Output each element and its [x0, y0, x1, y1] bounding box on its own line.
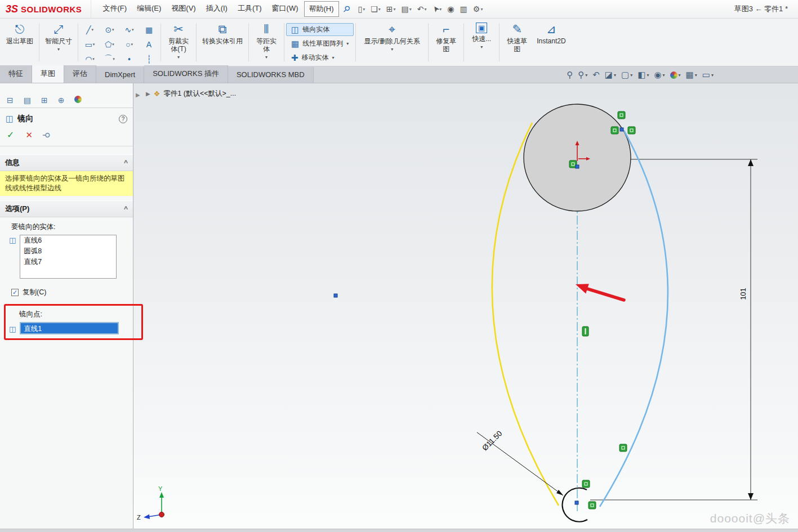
ellipse-tool[interactable]: ○▾: [119, 37, 139, 52]
sketch-point[interactable]: [575, 501, 578, 504]
section-view-icon[interactable]: ◪▾: [605, 70, 616, 80]
ok-button[interactable]: ✓: [7, 129, 14, 140]
graphics-area[interactable]: 101 Ø11.50: [133, 83, 798, 529]
dropdown-arrow-icon[interactable]: ▾: [177, 55, 180, 60]
dropdown-arrow-icon[interactable]: ▾: [391, 47, 393, 52]
text-tool[interactable]: A: [139, 37, 159, 52]
arc-tool[interactable]: ◠▾: [80, 52, 100, 66]
tab-sketch[interactable]: 草图: [32, 65, 64, 83]
featuremanager-tab-icon[interactable]: ⊟: [7, 96, 14, 105]
convert-entities-button[interactable]: ⧉ 转换实体引用: [198, 20, 247, 64]
dropdown-arrow-icon[interactable]: ▾: [332, 55, 335, 60]
relation-icon[interactable]: [628, 127, 635, 134]
new-document-icon[interactable]: ▯▾: [356, 3, 367, 15]
list-item[interactable]: 圆弧8: [20, 246, 116, 257]
pattern-tool[interactable]: ▦: [139, 23, 159, 37]
sketch-point[interactable]: [576, 165, 579, 168]
relation-icon[interactable]: [582, 480, 590, 488]
options-gear-icon[interactable]: ⚙▾: [471, 3, 485, 15]
list-item[interactable]: 直线6: [20, 235, 116, 246]
edit-appearance-icon[interactable]: ▾: [670, 71, 681, 79]
relation-icon[interactable]: [611, 127, 618, 134]
save-icon[interactable]: ⊞▾: [385, 3, 398, 15]
move-entities-button[interactable]: ✚ 移动实体 ▾: [286, 51, 354, 64]
copy-checkbox[interactable]: ✓: [11, 289, 19, 296]
tab-solidworks-mbd[interactable]: SOLIDWORKS MBD: [228, 67, 314, 83]
print-icon[interactable]: ▤▾: [400, 3, 413, 15]
cancel-button[interactable]: ✕: [25, 130, 33, 140]
centerline-tool[interactable]: ┆: [139, 52, 159, 66]
dropdown-arrow-icon[interactable]: ▾: [57, 47, 60, 52]
previous-view-icon[interactable]: ↶: [592, 70, 600, 80]
tab-evaluate[interactable]: 评估: [64, 65, 96, 83]
sketch-point[interactable]: [334, 294, 337, 297]
repair-sketch-button[interactable]: ⌐ 修复草图: [430, 20, 462, 64]
info-section-header[interactable]: 信息 ^: [0, 154, 133, 171]
help-icon[interactable]: ?: [119, 115, 127, 123]
menu-window[interactable]: 窗口(W): [268, 1, 303, 17]
tree-root-label[interactable]: 零件1 (默认<<默认>_...: [163, 89, 236, 99]
display-delete-relations-button[interactable]: ⌖ 显示/删除几何关系 ▾: [358, 20, 426, 64]
tab-solidworks-addins[interactable]: SOLIDWORKS 插件: [144, 65, 228, 83]
collapse-chevron-icon[interactable]: ^: [124, 159, 128, 167]
rectangle-tool[interactable]: ▭▾: [80, 37, 100, 52]
pin-menubar-icon[interactable]: ⚲: [341, 3, 353, 15]
dropdown-arrow-icon[interactable]: ▾: [265, 55, 268, 60]
open-document-icon[interactable]: ❏▾: [369, 3, 382, 15]
propertymanager-tab-icon[interactable]: ▤: [24, 96, 31, 105]
dimension-text-diameter[interactable]: Ø11.50: [480, 429, 503, 452]
hide-show-items-icon[interactable]: ◉▾: [654, 70, 665, 80]
dimension-text-101[interactable]: 101: [739, 288, 747, 300]
list-item[interactable]: 直线7: [20, 257, 116, 267]
spline-tool[interactable]: ∿▾: [119, 23, 139, 37]
point-tool[interactable]: •: [119, 52, 139, 66]
offset-entities-button[interactable]: ⫴ 等距实体 ▾: [251, 20, 282, 64]
relation-icon[interactable]: [589, 502, 596, 509]
displaymanager-tab-icon[interactable]: [74, 96, 82, 105]
mirror-point-field[interactable]: 直线1: [20, 322, 119, 334]
bottom-arc[interactable]: [562, 488, 587, 522]
panel-flyout-caret-icon[interactable]: ▶: [136, 92, 140, 98]
menu-help[interactable]: 帮助(H): [304, 1, 339, 17]
instant2d-button[interactable]: ⊿ Instant2D: [533, 20, 569, 64]
tab-dimxpert[interactable]: DimXpert: [96, 67, 144, 83]
smart-dimension-button[interactable]: ⤢ 智能尺寸 ▾: [41, 20, 76, 64]
quick-snaps-button[interactable]: ▣ 快速... ▾: [466, 20, 497, 64]
zoom-fit-icon[interactable]: ⚲: [567, 70, 573, 80]
view-settings-icon[interactable]: ▭▾: [702, 70, 714, 80]
dimxpertmanager-tab-icon[interactable]: ⊕: [58, 96, 65, 105]
select-cursor-icon[interactable]: ➤▾: [431, 3, 444, 15]
configurationmanager-tab-icon[interactable]: ⊞: [41, 96, 48, 105]
menu-insert[interactable]: 插入(I): [202, 1, 232, 17]
collapse-chevron-icon[interactable]: ^: [124, 205, 128, 213]
trim-entities-button[interactable]: ✂ 剪裁实体(T) ▾: [163, 20, 194, 64]
menu-tools[interactable]: 工具(T): [233, 1, 266, 17]
menu-view[interactable]: 视图(V): [167, 1, 200, 17]
exit-sketch-button[interactable]: ⎋ 退出草图: [2, 20, 37, 64]
vertical-relation-icon[interactable]: [582, 327, 589, 336]
relation-icon[interactable]: [618, 111, 625, 119]
tree-expand-caret-icon[interactable]: ▶: [146, 91, 150, 97]
entities-listbox[interactable]: 直线6 圆弧8 直线7: [20, 235, 117, 279]
sketch-point[interactable]: [620, 128, 623, 131]
fillet-tool[interactable]: ⌒▾: [100, 52, 119, 66]
menu-edit[interactable]: 编辑(E): [132, 1, 166, 17]
options-section-header[interactable]: 选项(P) ^: [0, 200, 133, 217]
zoom-area-icon[interactable]: ⚲▾: [578, 70, 587, 80]
rapid-sketch-button[interactable]: ✎ 快速草图: [501, 20, 533, 64]
relation-icon[interactable]: [619, 444, 627, 451]
linear-sketch-pattern-button[interactable]: ▦ 线性草图阵列 ▾: [286, 37, 354, 50]
polygon-tool[interactable]: ⬠▾: [100, 37, 119, 52]
keep-visible-pin-icon[interactable]: ⚲: [42, 132, 51, 137]
dropdown-arrow-icon[interactable]: ▾: [346, 41, 349, 46]
undo-icon[interactable]: ↶▾: [416, 3, 429, 15]
tab-features[interactable]: 特征: [0, 65, 32, 83]
file-properties-icon[interactable]: ▥: [458, 3, 469, 15]
view-orientation-icon[interactable]: ▢▾: [621, 70, 632, 80]
circle-tool[interactable]: ⊙▾: [100, 23, 119, 37]
line-tool[interactable]: ╱▾: [80, 23, 100, 37]
menu-file[interactable]: 文件(F): [98, 1, 131, 17]
dropdown-arrow-icon[interactable]: ▾: [480, 44, 483, 50]
rebuild-icon[interactable]: ◉: [445, 3, 456, 15]
mirror-entities-button[interactable]: ◫ 镜向实体: [286, 23, 354, 36]
